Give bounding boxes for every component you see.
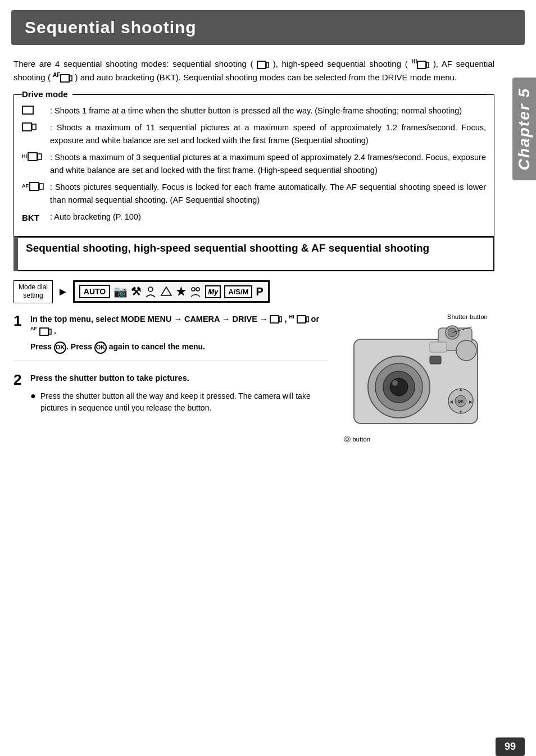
- mode-icon-p: P: [256, 285, 263, 298]
- steps-right: Shutter button: [337, 313, 494, 444]
- step-2-number: 2: [13, 372, 26, 387]
- step1-af-label: AF: [30, 326, 37, 332]
- svg-rect-7: [22, 123, 31, 131]
- bkt-label: BKT: [22, 211, 39, 224]
- mode-icon-scene3: [144, 285, 157, 298]
- dm-icon-hi: HI: [22, 151, 50, 162]
- svg-rect-20: [306, 317, 308, 322]
- mode-dial-label-line1: Mode dial: [19, 283, 48, 291]
- chapter-label: Chapter 5: [515, 88, 533, 170]
- drive-mode-title-row: Drive mode: [22, 89, 486, 99]
- step-2-title: Press the shutter button to take picture…: [30, 372, 189, 385]
- step-1-title: In the top menu, select MODE MENU → CAME…: [30, 313, 319, 338]
- svg-rect-21: [40, 328, 48, 335]
- ok-btn-icon-1: OK: [54, 341, 66, 354]
- svg-point-28: [390, 378, 408, 396]
- af-seq-icon-inline: [60, 74, 72, 83]
- seq-icon-inline: [257, 60, 269, 70]
- drive-mode-title: Drive mode: [22, 89, 72, 99]
- svg-rect-9: [28, 153, 37, 161]
- drive-mode-box: Drive mode : Shoots 1 frame at a time wh…: [13, 94, 494, 236]
- bullet-dot: ●: [30, 391, 37, 400]
- svg-point-15: [192, 288, 195, 291]
- dm-text-bkt: : Auto bracketing (P. 100): [50, 211, 486, 223]
- svg-rect-3: [426, 62, 429, 67]
- svg-rect-41: [430, 356, 441, 364]
- page-number-box: 99: [496, 737, 525, 756]
- dm-text-hi: : Shoots a maximum of 3 sequential pictu…: [50, 151, 486, 176]
- step-1-number: 1: [13, 313, 26, 328]
- dm-row-single: : Shoots 1 frame at a time when the shut…: [22, 104, 486, 117]
- step-divider: [13, 361, 328, 361]
- chapter-tab: Chapter 5: [512, 78, 536, 180]
- mode-icon-scene5: ★: [176, 285, 186, 298]
- dm-text-af: : Shoots pictures sequentially. Focus is…: [50, 181, 486, 206]
- dm-icon-bkt: BKT: [22, 211, 50, 224]
- svg-rect-4: [61, 75, 69, 82]
- svg-text:▶: ▶: [469, 399, 473, 404]
- step-2-header: 2 Press the shutter button to take pictu…: [13, 372, 328, 387]
- section2-title-wrapper: Sequential shooting, high-speed sequenti…: [13, 236, 494, 271]
- svg-rect-5: [70, 76, 72, 81]
- page-container: Chapter 5 Sequential shooting There are …: [0, 10, 536, 756]
- steps-container: 1 In the top menu, select MODE MENU → CA…: [13, 313, 494, 444]
- hi-superscript: HI: [22, 153, 27, 161]
- svg-point-16: [196, 288, 199, 291]
- mode-icon-auto: AUTO: [79, 285, 110, 298]
- svg-text:◀: ◀: [449, 399, 453, 404]
- svg-rect-6: [22, 106, 33, 114]
- drive-mode-title-line: [72, 94, 486, 94]
- mode-icon-scene4: [160, 285, 172, 298]
- svg-rect-19: [297, 316, 306, 323]
- section2-title: Sequential shooting, high-speed sequenti…: [18, 236, 494, 271]
- dm-row-af: AF : Shoots pictures sequentially. Focus…: [22, 181, 486, 206]
- dm-text-single: : Shoots 1 frame at a time when the shut…: [50, 104, 486, 117]
- step-1-body: Press OK. Press OK again to cancel the m…: [30, 341, 328, 353]
- dm-icon-seq: [22, 121, 50, 132]
- mode-dial-label: Mode dial setting: [13, 280, 53, 303]
- svg-rect-1: [266, 62, 269, 67]
- step1-hi-label: HI: [289, 314, 294, 320]
- step-1-sub: Press OK. Press OK again to cancel the m…: [30, 341, 328, 353]
- svg-point-13: [148, 287, 153, 292]
- svg-rect-17: [270, 316, 279, 323]
- dm-icon-single: [22, 104, 50, 115]
- dm-row-bkt: BKT : Auto bracketing (P. 100): [22, 211, 486, 224]
- mode-dial-label-line2: setting: [23, 292, 43, 299]
- page-title: Sequential shooting: [25, 18, 511, 37]
- step1-seq-icon: [270, 315, 282, 324]
- ok-button-label: Ⓞ button: [344, 435, 494, 444]
- main-content: There are 4 sequential shooting modes: s…: [0, 45, 508, 444]
- svg-rect-12: [39, 184, 43, 189]
- svg-rect-11: [30, 183, 39, 190]
- step-2-bullet-text: Press the shutter button all the way and…: [40, 390, 328, 415]
- hi-label-inline: HI: [411, 58, 417, 65]
- svg-rect-10: [38, 154, 42, 160]
- mode-dial-icons: AUTO 📷 ⚒ ★ My A/S/M P: [73, 280, 270, 303]
- step-1: 1 In the top menu, select MODE MENU → CA…: [13, 313, 328, 361]
- svg-rect-2: [417, 61, 426, 69]
- step1-hiseq-icon: [297, 315, 309, 324]
- svg-point-32: [456, 340, 476, 361]
- af-label-inline: AF: [53, 72, 60, 78]
- hi-seq-icon-inline: [417, 60, 429, 70]
- step-1-header: 1 In the top menu, select MODE MENU → CA…: [13, 313, 328, 338]
- steps-left: 1 In the top menu, select MODE MENU → CA…: [13, 313, 328, 444]
- and-auto-text: and auto: [80, 72, 113, 82]
- mode-icon-scene6: [189, 285, 202, 298]
- svg-text:▲: ▲: [458, 387, 463, 392]
- step1-afseq-icon: [39, 327, 52, 336]
- svg-rect-8: [32, 124, 36, 130]
- section-accent-bar: [13, 236, 18, 271]
- dm-text-seq: : Shoots a maximum of 11 sequential pict…: [50, 121, 486, 147]
- svg-rect-18: [279, 317, 281, 322]
- svg-point-29: [392, 380, 398, 386]
- dm-row-hi: HI : Shoots a maximum of 3 sequential pi…: [22, 151, 486, 176]
- svg-rect-22: [49, 329, 51, 334]
- dm-icon-af: AF: [22, 181, 50, 192]
- mode-dial-row: Mode dial setting ► AUTO 📷 ⚒ ★: [13, 280, 494, 303]
- mode-icon-asm: A/S/M: [224, 285, 252, 298]
- title-bar: Sequential shooting: [11, 10, 525, 45]
- shutter-button-label: Shutter button: [337, 313, 488, 320]
- dm-row-seq: : Shoots a maximum of 11 sequential pict…: [22, 121, 486, 147]
